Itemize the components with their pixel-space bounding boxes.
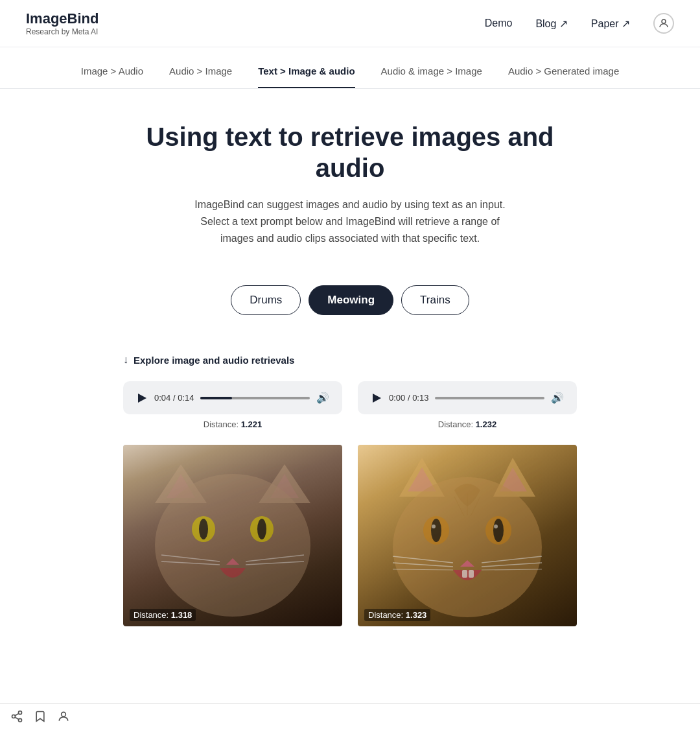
svg-point-22: [431, 519, 441, 542]
prompt-buttons: Drums Meowing Trains: [123, 285, 577, 315]
progress-bar-1[interactable]: [200, 397, 310, 399]
play-button-2[interactable]: [371, 392, 382, 404]
svg-point-24: [432, 525, 436, 528]
image-distance-2: Distance: 1.323: [364, 609, 430, 621]
volume-icon-1[interactable]: 🔊: [316, 392, 329, 404]
time-label-1: 0:04 / 0:14: [154, 393, 194, 403]
svg-point-23: [493, 519, 504, 542]
logo-sub: Research by Meta AI: [26, 27, 99, 36]
time-label-2: 0:00 / 0:13: [389, 393, 428, 403]
svg-point-9: [257, 519, 266, 539]
bookmark-icon[interactable]: [34, 710, 47, 726]
svg-line-41: [15, 717, 19, 719]
retrieval-image-1: Distance: 1.318: [123, 445, 342, 626]
tab-audio-generated[interactable]: Audio > Generated image: [508, 65, 619, 88]
cat-image-1: [123, 445, 342, 626]
progress-fill-1: [200, 397, 232, 399]
logo: ImageBind Research by Meta AI: [26, 10, 99, 36]
play-icon-2: [373, 394, 381, 403]
prompt-meowing[interactable]: Meowing: [309, 285, 393, 315]
nav: Demo Blog ↗ Paper ↗: [485, 13, 674, 34]
distance-label-1: Distance: 1.221: [123, 419, 342, 429]
svg-point-5: [155, 474, 310, 617]
play-icon-1: [138, 394, 146, 403]
svg-point-38: [19, 711, 22, 714]
tabs-container: Image > Audio Audio > Image Text > Image…: [0, 47, 700, 89]
user-icon[interactable]: [653, 13, 674, 34]
image-card-2: Distance: 1.323: [358, 445, 577, 626]
tab-text-image-audio[interactable]: Text > Image & audio: [258, 65, 355, 88]
retrieval-image-2: Distance: 1.323: [358, 445, 577, 626]
prompt-trains[interactable]: Trains: [401, 285, 469, 315]
nav-demo[interactable]: Demo: [485, 18, 513, 29]
tab-image-audio[interactable]: Image > Audio: [81, 65, 143, 88]
cat-image-2: [358, 445, 577, 626]
distance-label-2: Distance: 1.232: [358, 419, 577, 429]
section-title: Using text to retrieve images and audio: [123, 121, 577, 183]
prompt-drums[interactable]: Drums: [231, 285, 301, 315]
play-button-1[interactable]: [136, 392, 148, 404]
svg-rect-27: [462, 570, 467, 578]
retrieval-grid: 0:04 / 0:14 🔊 Distance: 1.221 0:00 / 0:1…: [123, 381, 577, 665]
retrieval-audio-2: 0:00 / 0:13 🔊 Distance: 1.232: [358, 381, 577, 429]
svg-point-25: [494, 525, 498, 528]
volume-icon-2[interactable]: 🔊: [551, 392, 564, 404]
tab-audio-image2[interactable]: Audio & image > Image: [381, 65, 482, 88]
share-icon[interactable]: [10, 710, 23, 726]
svg-point-0: [662, 19, 666, 23]
svg-point-43: [62, 712, 66, 716]
svg-point-40: [19, 718, 22, 722]
bottom-toolbar: [0, 703, 700, 732]
nav-blog[interactable]: Blog ↗: [535, 18, 567, 30]
arrow-down-icon: ↓: [123, 354, 128, 366]
tab-audio-image[interactable]: Audio > Image: [169, 65, 232, 88]
audio-player-1[interactable]: 0:04 / 0:14 🔊: [123, 381, 342, 414]
image-distance-1: Distance: 1.318: [130, 609, 196, 621]
svg-line-42: [15, 713, 19, 715]
nav-paper[interactable]: Paper ↗: [591, 18, 630, 30]
svg-rect-28: [469, 570, 474, 578]
svg-point-39: [12, 715, 16, 718]
progress-bar-2[interactable]: [435, 397, 544, 399]
logo-title: ImageBind: [26, 10, 99, 27]
section-desc: ImageBind can suggest images and audio b…: [194, 196, 506, 246]
retrieval-audio-1: 0:04 / 0:14 🔊 Distance: 1.221: [123, 381, 342, 429]
svg-point-8: [199, 519, 208, 539]
user-profile-icon[interactable]: [57, 710, 70, 726]
explore-label: ↓ Explore image and audio retrievals: [123, 354, 577, 366]
explore-text: Explore image and audio retrievals: [134, 355, 294, 366]
audio-player-2[interactable]: 0:00 / 0:13 🔊: [358, 381, 577, 414]
image-card-1: Distance: 1.318: [123, 445, 342, 626]
